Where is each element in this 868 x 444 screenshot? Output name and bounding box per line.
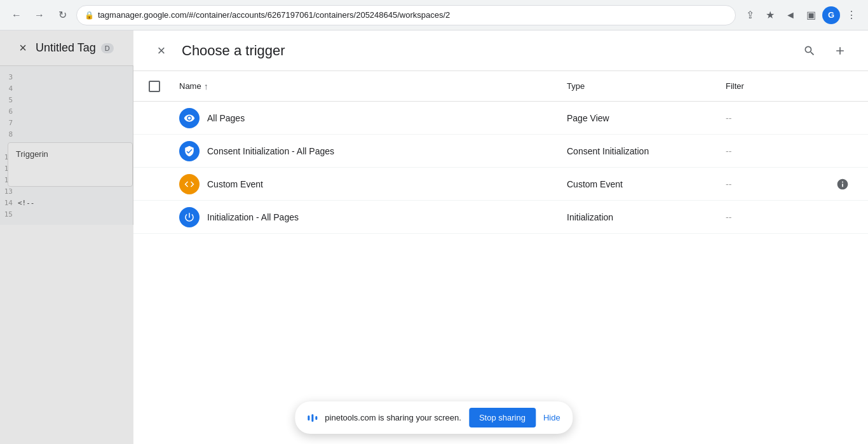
modal-header: × Choose a trigger [133, 30, 868, 71]
search-button[interactable] [797, 38, 822, 64]
browser-actions: ⇪ ★ ◄ ▣ G ⋮ [741, 6, 860, 24]
initialization-icon [184, 212, 195, 223]
trigger-table: Name ↑ Type Filter All [133, 71, 868, 444]
trigger-icon-init [179, 207, 200, 227]
trigger-row-consent[interactable]: Consent Initialization - All Pages Conse… [133, 135, 868, 168]
share-bar-2 [311, 414, 313, 422]
checkbox-column-header [149, 81, 179, 92]
table-header: Name ↑ Type Filter [133, 71, 868, 102]
profile-button[interactable]: G [822, 6, 840, 24]
trigger-icon-all-pages [179, 108, 200, 128]
trigger-type-init: Initialization [567, 212, 726, 222]
trigger-type-consent: Consent Initialization [567, 146, 726, 156]
info-icon [836, 178, 849, 191]
extensions-button[interactable]: ◄ [782, 6, 799, 24]
trigger-filter-init: -- [726, 212, 853, 222]
filter-column-header: Filter [726, 81, 853, 91]
trigger-filter-consent: -- [726, 146, 853, 156]
share-indicator [308, 414, 317, 422]
share-bar-1 [308, 415, 309, 420]
sort-arrow-icon: ↑ [204, 81, 208, 91]
search-icon [803, 44, 816, 57]
stop-sharing-button[interactable]: Stop sharing [469, 408, 536, 427]
browser-chrome: ← → ↻ 🔒 tagmanager.google.com/#/containe… [0, 0, 868, 30]
share-bar-3 [315, 416, 317, 420]
trigger-filter-all-pages: -- [726, 113, 853, 123]
trigger-row-all-pages[interactable]: All Pages Page View -- [133, 102, 868, 135]
modal-title: Choose a trigger [182, 43, 797, 59]
type-column-header: Type [567, 81, 726, 91]
reload-button[interactable]: ↻ [53, 6, 71, 24]
add-trigger-button[interactable] [827, 38, 853, 64]
menu-button[interactable]: ⋮ [843, 6, 860, 24]
name-column-header[interactable]: Name ↑ [179, 81, 567, 91]
trigger-name-all-pages: All Pages [207, 113, 567, 123]
trigger-row-custom-event[interactable]: Custom Event Custom Event -- [133, 168, 868, 201]
trigger-name-custom-event: Custom Event [207, 179, 567, 189]
select-all-checkbox[interactable] [149, 81, 160, 92]
modal-actions [797, 38, 853, 64]
trigger-row-init[interactable]: Initialization - All Pages Initializatio… [133, 201, 868, 234]
modal-close-button[interactable]: × [149, 38, 174, 64]
trigger-type-all-pages: Page View [567, 113, 726, 123]
trigger-icon-consent [179, 141, 200, 161]
window-button[interactable]: ▣ [802, 6, 820, 24]
add-icon [834, 44, 846, 57]
info-button-custom-event[interactable] [832, 174, 853, 194]
code-icon [184, 178, 195, 190]
consent-icon [184, 145, 195, 157]
forward-button[interactable]: → [31, 6, 48, 24]
address-bar[interactable]: 🔒 tagmanager.google.com/#/container/acco… [76, 5, 736, 25]
bookmark-button[interactable]: ★ [761, 6, 779, 24]
trigger-type-custom-event: Custom Event [567, 179, 726, 189]
hide-button[interactable]: Hide [543, 413, 560, 422]
trigger-modal: × Choose a trigger [133, 30, 868, 444]
screen-share-bar: pinetools.com is sharing your screen. St… [295, 401, 573, 434]
lock-icon: 🔒 [85, 11, 94, 20]
main-area: × Untitled Tag D 3 4 5 6 7 [0, 30, 868, 444]
url-text: tagmanager.google.com/#/container/accoun… [98, 10, 450, 20]
back-button[interactable]: ← [8, 6, 25, 24]
share-message: pinetools.com is sharing your screen. [325, 413, 461, 422]
trigger-name-init: Initialization - All Pages [207, 212, 567, 222]
bookmark-share-button[interactable]: ⇪ [741, 6, 759, 24]
trigger-name-consent: Consent Initialization - All Pages [207, 146, 567, 156]
eye-icon [184, 112, 195, 124]
trigger-icon-custom-event [179, 174, 200, 194]
